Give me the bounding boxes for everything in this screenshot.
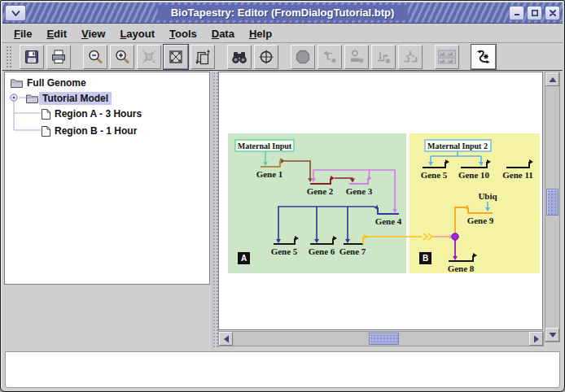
zoom-to-selection-icon <box>140 48 158 66</box>
zoom-out-button[interactable] <box>83 45 107 69</box>
gene-2-label[interactable]: Gene 2 <box>307 186 334 196</box>
center-on-workspace-icon <box>257 48 275 66</box>
cancel-add-icon <box>294 48 312 66</box>
arrow-down-icon <box>549 332 557 338</box>
tree-item-tutorial-model[interactable]: Tutorial Model <box>25 91 112 106</box>
tree-item-full-genome[interactable]: Full Genome <box>10 76 90 90</box>
scroll-up-button[interactable] <box>545 72 559 86</box>
toolbar-grip[interactable] <box>6 46 13 68</box>
gene-1-label[interactable]: Gene 1 <box>256 169 283 179</box>
zoom-to-model-button[interactable] <box>164 45 188 69</box>
add-gene-link-button <box>371 45 396 69</box>
cancel-add-button <box>291 45 315 69</box>
status-panel <box>5 351 560 388</box>
draw-link-button[interactable] <box>471 45 496 69</box>
maternal-input-label: Maternal Input <box>238 142 292 150</box>
add-link-icon <box>321 48 339 66</box>
menu-file[interactable]: File <box>7 25 39 41</box>
main-area: Full Genome Tutorial Model Region A - 3 … <box>2 70 563 349</box>
gene-3-label[interactable]: Gene 3 <box>346 186 373 196</box>
tree-item-region-a[interactable]: Region A - 3 Hours <box>41 107 145 121</box>
search-icon <box>230 48 249 66</box>
vertical-scroll-thumb[interactable] <box>546 189 558 216</box>
arrow-left-icon <box>223 335 230 343</box>
add-subtree-icon <box>401 48 419 66</box>
canvas-wrap: Maternal Input Gene 1 <box>218 71 563 349</box>
save-button[interactable] <box>20 45 44 69</box>
horizontal-scroll-thumb[interactable] <box>369 333 399 345</box>
toolbar <box>2 43 563 70</box>
zoom-to-all-models-button[interactable] <box>191 45 215 69</box>
ubiq-label[interactable]: Ubiq <box>478 191 497 201</box>
zoom-to-all-models-icon <box>194 48 212 66</box>
document-icon <box>41 125 51 137</box>
gene-4-label[interactable]: Gene 4 <box>375 216 402 226</box>
tree-item-label[interactable]: Full Genome <box>24 76 90 89</box>
tree-item-region-b[interactable]: Region B - 1 Hour <box>41 124 140 138</box>
minimize-button[interactable] <box>509 6 524 20</box>
chevron-down-icon <box>11 10 20 17</box>
tree-item-label[interactable]: Region A - 3 Hours <box>51 107 145 120</box>
network-canvas[interactable]: Maternal Input Gene 1 <box>218 72 543 330</box>
arrow-right-icon <box>533 335 540 343</box>
canvas-vertical-scrollbar[interactable] <box>545 72 560 342</box>
region-b-letter: B <box>423 254 428 263</box>
gene-7-label[interactable]: Gene 7 <box>339 246 366 256</box>
add-link-button <box>318 45 342 69</box>
add-gene-icon <box>348 48 366 66</box>
menu-help[interactable]: Help <box>242 25 279 41</box>
menu-bar: File Edit View Layout Tools Data Help <box>2 24 563 43</box>
add-gene-button <box>344 45 369 69</box>
app-window: BioTapestry: Editor (FromDialogTutorial.… <box>0 0 565 392</box>
region-a-letter: A <box>241 254 247 263</box>
print-icon <box>50 48 68 66</box>
zoom-in-icon <box>113 48 131 66</box>
canvas-horizontal-scrollbar[interactable] <box>218 331 544 346</box>
scroll-right-button[interactable] <box>529 332 543 346</box>
menu-tools[interactable]: Tools <box>162 25 204 41</box>
menu-edit[interactable]: Edit <box>39 25 74 41</box>
gene-8-label[interactable]: Gene 8 <box>448 264 475 273</box>
gene-11-label[interactable]: Gene 11 <box>502 170 533 180</box>
network-diagram[interactable]: Maternal Input Gene 1 <box>219 72 542 329</box>
zoom-in-button[interactable] <box>110 45 134 69</box>
draw-link-icon <box>475 48 493 66</box>
gene-10-label[interactable]: Gene 10 <box>458 170 490 180</box>
gene-5b-label[interactable]: Gene 5 <box>421 170 448 180</box>
add-module-button <box>435 45 459 69</box>
scroll-down-button[interactable] <box>545 328 559 342</box>
menu-data[interactable]: Data <box>204 25 242 41</box>
zoom-to-model-icon <box>167 48 185 66</box>
gene-5a-label[interactable]: Gene 5 <box>271 246 298 256</box>
folder-icon <box>25 93 39 104</box>
gene-9-label[interactable]: Gene 9 <box>467 216 494 225</box>
save-icon <box>23 48 41 66</box>
folder-icon <box>10 77 24 89</box>
scroll-left-button[interactable] <box>219 332 233 346</box>
gene-6-label[interactable]: Gene 6 <box>309 246 335 256</box>
add-subtree-button <box>398 45 423 69</box>
print-button[interactable] <box>46 45 71 69</box>
window-menu-button[interactable] <box>5 5 26 21</box>
link-junction-dot[interactable] <box>452 233 458 240</box>
arrow-up-icon <box>549 76 557 83</box>
maximize-icon <box>531 9 539 17</box>
tree-item-label[interactable]: Tutorial Model <box>39 92 112 105</box>
menu-layout[interactable]: Layout <box>112 25 162 41</box>
maximize-button[interactable] <box>527 6 542 20</box>
maternal-input-2-label: Maternal Input 2 <box>427 142 488 150</box>
menu-view[interactable]: View <box>74 25 112 41</box>
center-on-workspace-button[interactable] <box>254 45 278 69</box>
close-icon <box>549 9 557 17</box>
zoom-to-selection-button <box>137 45 161 69</box>
zoom-out-icon <box>86 48 104 66</box>
minimize-icon <box>513 9 521 17</box>
add-gene-link-icon <box>374 48 392 66</box>
document-icon <box>41 108 51 120</box>
add-module-icon <box>436 48 458 66</box>
tree-item-label[interactable]: Region B - 1 Hour <box>51 124 140 137</box>
title-bar[interactable]: BioTapestry: Editor (FromDialogTutorial.… <box>2 2 563 24</box>
model-tree-panel[interactable]: Full Genome Tutorial Model Region A - 3 … <box>4 72 210 285</box>
search-button[interactable] <box>227 45 252 69</box>
close-button[interactable] <box>545 6 560 20</box>
